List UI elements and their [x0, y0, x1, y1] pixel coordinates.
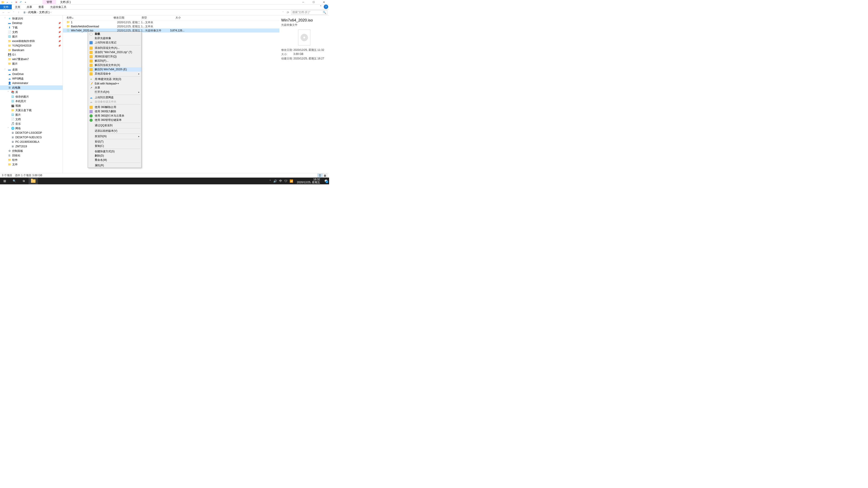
forward-button[interactable]: →	[7, 11, 10, 14]
ribbon-expand-icon[interactable]: ˅	[319, 4, 323, 9]
breadcrumb-drive[interactable]: 文档 (E:)	[39, 10, 50, 14]
ribbon-view-tab[interactable]: 查看	[35, 4, 47, 9]
tree-pictures3[interactable]: 🖼图片	[0, 112, 63, 117]
tray-overflow-icon[interactable]: ˄	[270, 180, 271, 183]
tree-gdrive[interactable]: 💾G:\	[0, 53, 63, 57]
action-center-button[interactable]: 💬 3	[324, 179, 328, 183]
menu-unlock-360[interactable]: 使用 360解除占用	[88, 105, 141, 109]
task-view-button[interactable]: ⧉	[19, 177, 29, 184]
undo-icon[interactable]: ↶	[19, 0, 23, 4]
tree-music[interactable]: 🎵音乐	[0, 122, 63, 126]
start-button[interactable]: ⊞	[0, 177, 9, 184]
ribbon-file-tab[interactable]: 文件	[0, 4, 12, 9]
security-icon[interactable]: 🛡	[284, 180, 287, 183]
menu-open-with[interactable]: 打开方式(H)▸	[88, 90, 141, 94]
manage-tab[interactable]: 管理	[42, 0, 56, 4]
tree-net-pc2019[interactable]: 🖥PC-20190530OBLA	[0, 140, 63, 144]
properties-icon[interactable]: ▪	[5, 0, 9, 4]
tree-net-njeu[interactable]: 🖥DESKTOP-NJEU3CG	[0, 135, 63, 140]
up-button[interactable]: ↑	[17, 11, 20, 14]
tree-videos[interactable]: 🎬视频	[0, 103, 63, 108]
menu-trojan[interactable]: 使用 360进行木马云查杀	[88, 113, 141, 118]
tree-recycle[interactable]: 🗑回收站	[0, 153, 63, 158]
tray-clock[interactable]: 16:32 2020/12/25, 星期五	[296, 178, 321, 184]
chevron-right-icon[interactable]: ›	[51, 11, 51, 13]
menu-shortcut[interactable]: 创建快捷方式(S)	[88, 149, 141, 154]
tree-thispc[interactable]: 🖥此电脑	[0, 86, 63, 90]
qat-dropdown-icon[interactable]: ▾	[24, 0, 27, 4]
menu-bee-browser[interactable]: ✦用 蜂蜜浏览器 浏览(3)	[88, 77, 141, 81]
chevron-right-icon[interactable]: ›	[27, 11, 27, 13]
list-row[interactable]: 📁 1 2020/12/15, 星期二 1... 文件夹	[63, 20, 279, 24]
back-button[interactable]: ←	[2, 11, 5, 14]
tree-net-zmt[interactable]: 🖥ZMT2019	[0, 144, 63, 149]
tree-pictures[interactable]: 🖼图片📌	[0, 34, 63, 39]
column-size[interactable]: 大小	[164, 16, 183, 20]
menu-other-zip[interactable]: 其他压缩命令▸	[88, 72, 141, 76]
tree-software[interactable]: 📁软件	[0, 158, 63, 162]
menu-burn[interactable]: 刻录光盘映像	[88, 36, 141, 40]
menu-cut[interactable]: 剪切(T)	[88, 140, 141, 144]
menu-restore[interactable]: 还原以前的版本(V)	[88, 129, 141, 133]
column-date[interactable]: 修改日期	[114, 16, 142, 20]
tree-win7[interactable]: 📁win7重装win7	[0, 57, 63, 61]
tree-bandicam[interactable]: 📁Bandicam	[0, 48, 63, 53]
tree-quick-access[interactable]: ˅★快速访问	[0, 16, 63, 21]
tree-local-photos[interactable]: 🖼本机照片	[0, 99, 63, 103]
tree-admin[interactable]: 👤Administrator	[0, 81, 63, 86]
tree-tianyi[interactable]: 📁天翼云盘下载	[0, 108, 63, 112]
tree-excel[interactable]: 📁excel表格制作求和📌	[0, 39, 63, 43]
breadcrumb-pc[interactable]: 此电脑	[28, 10, 37, 14]
tree-pictures2[interactable]: 📁图片	[0, 61, 63, 66]
chevron-right-icon[interactable]: ›	[37, 11, 38, 13]
menu-manage-menu[interactable]: 使用 360管理右键菜单	[88, 118, 141, 122]
search-icon[interactable]: 🔍	[323, 11, 326, 14]
tree-network[interactable]: ˅🌐网络	[0, 126, 63, 131]
tree-docs2[interactable]: 📄文档	[0, 117, 63, 122]
menu-baidu-upload[interactable]: ☁上传到百度网盘	[88, 95, 141, 100]
tree-desktop[interactable]: ▬Desktop📌	[0, 21, 63, 25]
icons-view-button[interactable]: ▦	[322, 173, 327, 177]
menu-youdao[interactable]: 上传到有道云笔记	[88, 40, 141, 45]
volume-icon[interactable]: 🔊	[273, 180, 277, 183]
tree-files[interactable]: 📁文件	[0, 162, 63, 167]
tree-control-panel[interactable]: ⚙控制面板	[0, 149, 63, 153]
delete-red-icon[interactable]: ✕	[14, 0, 18, 4]
menu-extract-named[interactable]: 解压到 Win7x64_2020\ (E)	[88, 67, 141, 72]
tree-wps[interactable]: ☁WPS网盘	[0, 76, 63, 81]
menu-qq-send[interactable]: 通过QQ发送到	[88, 123, 141, 128]
refresh-button[interactable]: ⟳	[286, 11, 290, 14]
maximize-button[interactable]: ☐	[308, 0, 319, 4]
minimize-button[interactable]: ─	[298, 0, 308, 4]
ime-indicator[interactable]: 中	[279, 179, 282, 183]
menu-copy[interactable]: 复制(C)	[88, 144, 141, 148]
recent-dropdown[interactable]: ˅	[12, 11, 16, 14]
menu-send-to[interactable]: 发送到(N)▸	[88, 134, 141, 138]
menu-add-archive[interactable]: 添加到压缩文件(A)...	[88, 46, 141, 50]
list-row[interactable]: 📁 BaiduNetdiskDownload 2020/12/25, 星期五 1…	[63, 24, 279, 29]
address-dropdown-icon[interactable]: ˅	[281, 11, 285, 14]
menu-extract-here[interactable]: 解压到当前文件夹(X)	[88, 63, 141, 67]
tree-yunqishi[interactable]: 📁YUNQISHI2019📌	[0, 43, 63, 48]
menu-properties[interactable]: 属性(R)	[88, 163, 141, 168]
menu-force-del[interactable]: 使用 360强力删除	[88, 109, 141, 113]
tree-saved-pics[interactable]: 🖼保存的图片	[0, 94, 63, 99]
explorer-taskbar-button[interactable]	[29, 177, 38, 184]
menu-add-zip[interactable]: 添加到 "Win7x64_2020.zip" (T)	[88, 50, 141, 55]
menu-open-360[interactable]: 用360压缩打开(Q)	[88, 55, 141, 59]
menu-share[interactable]: ↗共享	[88, 86, 141, 90]
tree-onedrive[interactable]: ☁OneDrive	[0, 72, 63, 76]
ribbon-isotools-tab[interactable]: 光盘映像工具	[47, 4, 70, 9]
menu-delete[interactable]: 删除(D)	[88, 154, 141, 158]
close-button[interactable]: ✕	[319, 0, 329, 4]
menu-extract-to[interactable]: 解压到(F)...	[88, 59, 141, 63]
search-taskbar-button[interactable]: 🔍	[9, 177, 19, 184]
details-view-button[interactable]: ☰	[317, 173, 322, 177]
help-button[interactable]: ?	[324, 4, 328, 9]
column-type[interactable]: 类型	[142, 16, 164, 20]
menu-rename[interactable]: 重命名(M)	[88, 158, 141, 162]
menu-notepad[interactable]: 📝Edit with Notepad++	[88, 81, 141, 86]
tree-documents[interactable]: 📄文档📌	[0, 30, 63, 34]
tree-net-lsso[interactable]: 🖥DESKTOP-LSSOEDP	[0, 131, 63, 135]
network-icon[interactable]: 📶	[289, 180, 293, 183]
